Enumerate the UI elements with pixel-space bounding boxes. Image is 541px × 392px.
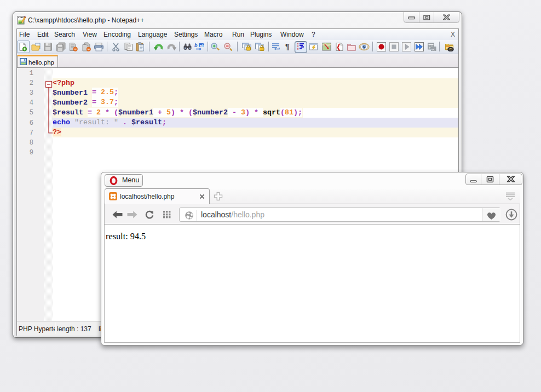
svg-text:ab: ab bbox=[200, 43, 205, 48]
svg-text:¶: ¶ bbox=[285, 42, 290, 51]
svg-text:b: b bbox=[194, 43, 198, 48]
svg-text:uc: uc bbox=[431, 47, 435, 50]
